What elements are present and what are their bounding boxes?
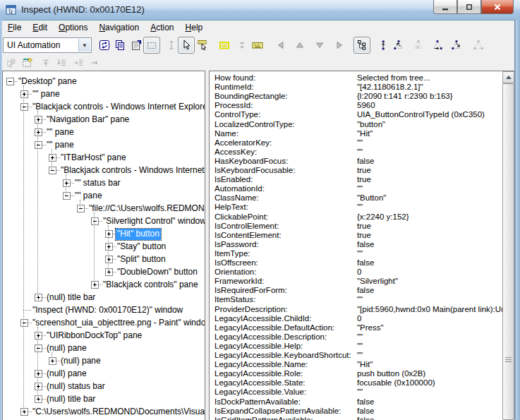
tree-item[interactable]: (null) title bar: [45, 292, 97, 304]
tree-item[interactable]: "" pane: [45, 140, 75, 151]
goto-last-child-button-tri-arrow-out-icon[interactable]: [449, 38, 464, 52]
tree-item[interactable]: "Inspect (HWND: 0x00170E12)" window: [31, 305, 184, 316]
titlebar[interactable]: Inspect (HWND: 0x00170E12): [0, 0, 520, 20]
properties-button-properties-icon[interactable]: [129, 38, 143, 52]
property-row: LocalizedControlType:"button": [210, 120, 502, 129]
keyboard-button-keyboard-icon[interactable]: [250, 38, 265, 52]
goto-next-sibling-button-tri-arrow-next-icon[interactable]: [430, 38, 445, 52]
expand-box-icon[interactable]: [105, 243, 113, 251]
tree-item-selected[interactable]: "Hit" button: [116, 229, 161, 240]
expand-box-icon[interactable]: [20, 408, 28, 416]
collapse-box-icon[interactable]: [91, 217, 99, 225]
tree-item[interactable]: "ITBarHost" pane: [59, 152, 128, 164]
tree-item[interactable]: "Navigation Bar" pane: [45, 114, 131, 126]
tree-item[interactable]: "DoubleDown" button: [116, 267, 199, 278]
tree-item[interactable]: "Blackjack controls" pane: [102, 280, 200, 291]
tree-item[interactable]: (null) title bar: [45, 394, 97, 405]
tree-item[interactable]: "Split" button: [116, 254, 167, 265]
scroll-up-button[interactable]: [502, 71, 514, 83]
property-name: LegacyIAccessible.Role:: [214, 369, 303, 378]
menu-item-help[interactable]: Help: [180, 20, 209, 34]
property-name: IsControlElement:: [214, 222, 279, 230]
tree-connector-line: [94, 212, 95, 284]
tree-item[interactable]: (null) status bar: [45, 381, 107, 392]
property-row: HasKeyboardFocus:false: [210, 157, 502, 166]
expand-box-icon[interactable]: [63, 179, 71, 187]
collapse-box-icon[interactable]: [77, 205, 85, 212]
property-value: Selected from tree...: [357, 73, 430, 82]
copy-button-copy-icon[interactable]: [113, 38, 127, 52]
tree-item[interactable]: "" pane: [73, 191, 104, 202]
expand-box-icon[interactable]: [20, 90, 28, 98]
uia-tree-panel[interactable]: "Desktop" pane"" pane"Blackjack controls…: [2, 71, 205, 420]
tree-item[interactable]: (null) pane: [45, 368, 88, 380]
property-name: ClickablePoint:: [214, 212, 268, 221]
minimize-button[interactable]: [433, 0, 457, 14]
expand-box-icon[interactable]: [35, 370, 42, 378]
collapse-box-icon[interactable]: [20, 103, 28, 111]
property-name: How found:: [214, 73, 255, 82]
collapse-box-icon[interactable]: [20, 319, 28, 327]
refresh-button-refresh-icon[interactable]: [97, 38, 111, 52]
goto-first-child-button-tri-arrow-in-icon[interactable]: [392, 38, 406, 52]
tree-item[interactable]: "UIRibbonDockTop" pane: [45, 330, 143, 342]
goto-parent-button-nav-parent-icon[interactable]: [376, 38, 390, 52]
expand-box-icon[interactable]: [49, 154, 56, 162]
menu-item-edit[interactable]: Edit: [27, 20, 53, 34]
menu-item-file[interactable]: File: [2, 20, 27, 34]
edit-selection-button-marquee-pencil-icon[interactable]: [20, 56, 35, 70]
property-name: AccessKey:: [214, 148, 257, 156]
menu-item-options[interactable]: Options: [53, 20, 93, 34]
expand-box-icon[interactable]: [35, 116, 42, 124]
expand-box-icon[interactable]: [49, 357, 56, 365]
expand-box-icon[interactable]: [35, 294, 42, 301]
watch-cursor-toggle-pointer-icon[interactable]: [178, 37, 195, 54]
show-tree-toggle-tree-icon[interactable]: [353, 37, 370, 54]
tree-item[interactable]: "Desktop" pane: [17, 76, 78, 88]
tree-item[interactable]: "" status bar: [73, 178, 122, 189]
watch-caret-button-caret-icon: [235, 38, 249, 52]
property-name: AcceleratorKey:: [214, 138, 272, 147]
expand-box-icon[interactable]: [35, 383, 42, 390]
tree-item[interactable]: "Blackjack controls - Windows Internet: [59, 165, 205, 176]
tree-item[interactable]: "" pane: [45, 127, 75, 138]
expand-box-icon[interactable]: [91, 281, 99, 289]
highlight-rectangle-toggle-marquee-icon[interactable]: [143, 37, 160, 54]
menu-item-navigation[interactable]: Navigation: [93, 20, 145, 34]
tree-item[interactable]: "" pane: [31, 89, 61, 100]
collapse-box-icon[interactable]: [6, 78, 14, 85]
expand-box-icon[interactable]: [105, 268, 113, 276]
property-name: ControlType:: [214, 110, 260, 119]
tree-item[interactable]: "C:\Users\wolfs.REDMOND\Documents\Visua: [31, 407, 205, 418]
property-value: "": [357, 332, 363, 341]
move-top-button-up-to-line-icon: [39, 56, 53, 70]
collapse-box-icon[interactable]: [35, 344, 42, 352]
close-button[interactable]: [481, 0, 514, 14]
caption-buttons: [433, 0, 514, 14]
expand-box-icon[interactable]: [105, 256, 113, 263]
property-name: LegacyIAccessible.Description:: [214, 332, 327, 341]
expand-box-icon[interactable]: [35, 395, 42, 403]
hover-mode-button-pointer-menu-icon[interactable]: [196, 38, 210, 52]
collapse-box-icon[interactable]: [35, 141, 42, 149]
expand-box-icon[interactable]: [35, 128, 42, 136]
chevron-down-icon[interactable]: ▼: [78, 39, 90, 52]
restore-button[interactable]: [457, 0, 481, 14]
menu-item-action[interactable]: Action: [145, 20, 179, 34]
automation-mode-select[interactable]: UI Automation ▼: [3, 37, 92, 53]
vertical-scrollbar[interactable]: [502, 71, 514, 420]
property-value: "": [357, 203, 363, 211]
tree-item[interactable]: "Blackjack controls - Windows Internet E…: [31, 102, 205, 113]
properties-panel[interactable]: How found:Selected from tree...RuntimeId…: [209, 71, 515, 420]
scrollbar-thumb[interactable]: [502, 83, 514, 420]
collapse-box-icon[interactable]: [49, 167, 56, 174]
tree-item[interactable]: "screenshot_uia_objecttree.png - Paint" …: [31, 318, 205, 329]
tree-item[interactable]: (null) pane: [59, 356, 102, 367]
tree-item[interactable]: "Stay" button: [116, 241, 167, 253]
expand-box-icon[interactable]: [35, 332, 42, 340]
collapse-box-icon[interactable]: [63, 192, 71, 200]
tree-item[interactable]: "file://C:\Users\wolfs.REDMOND: [87, 203, 205, 215]
watch-focus-button-highlight-rect-icon[interactable]: [217, 38, 231, 52]
tree-item[interactable]: "Silverlight Control" window: [102, 216, 205, 227]
expand-box-icon[interactable]: [105, 230, 113, 238]
